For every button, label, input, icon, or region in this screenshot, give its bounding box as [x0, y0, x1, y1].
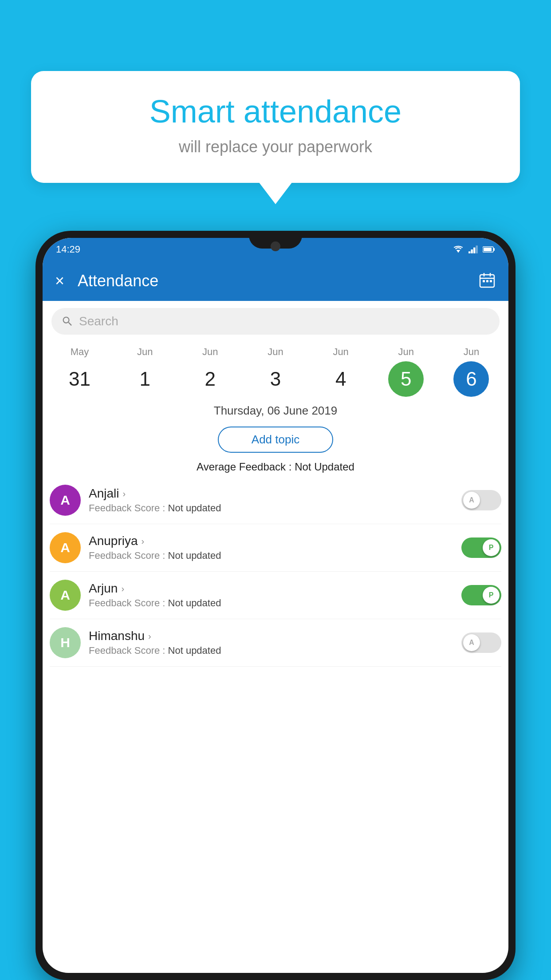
cal-month-label: May — [71, 346, 89, 358]
student-info: Anupriya ›Feedback Score : Not updated — [89, 534, 461, 561]
add-topic-button[interactable]: Add topic — [218, 427, 333, 453]
camera-dot — [271, 241, 280, 251]
app-bar: × Attendance — [43, 261, 508, 301]
student-feedback: Feedback Score : Not updated — [89, 550, 461, 561]
cal-date-number[interactable]: 2 — [193, 361, 228, 397]
chevron-icon: › — [122, 489, 126, 499]
svg-rect-3 — [473, 248, 475, 253]
cal-date-number[interactable]: 4 — [323, 361, 358, 397]
attendance-toggle[interactable]: P — [461, 537, 501, 558]
phone-frame: 14:29 — [35, 231, 516, 980]
toggle-knob: P — [483, 539, 500, 556]
cal-date-number[interactable]: 3 — [258, 361, 293, 397]
close-button[interactable]: × — [55, 273, 64, 289]
svg-rect-12 — [483, 280, 485, 282]
status-icons — [453, 245, 495, 254]
calendar-day[interactable]: Jun1 — [121, 346, 169, 397]
svg-rect-7 — [484, 248, 492, 251]
svg-marker-0 — [457, 250, 460, 253]
student-name: Himanshu › — [89, 629, 461, 643]
student-feedback: Feedback Score : Not updated — [89, 645, 461, 656]
feedback-value: Not updated — [168, 502, 221, 514]
student-name: Arjun › — [89, 581, 461, 596]
student-avatar: A — [50, 485, 81, 516]
student-avatar: A — [50, 580, 81, 611]
svg-rect-4 — [476, 245, 478, 253]
feedback-value: Not updated — [168, 645, 221, 656]
signal-icon — [468, 245, 478, 254]
bubble-title: Smart attendance — [58, 93, 493, 130]
calendar-day[interactable]: May31 — [55, 346, 104, 397]
student-avatar: H — [50, 627, 81, 658]
search-icon — [61, 315, 74, 328]
student-item[interactable]: HHimanshu ›Feedback Score : Not updatedA — [50, 619, 501, 667]
student-info: Anjali ›Feedback Score : Not updated — [89, 486, 461, 514]
search-bar[interactable]: Search — [51, 308, 500, 335]
chevron-icon: › — [121, 584, 124, 594]
cal-month-label: Jun — [398, 346, 414, 358]
svg-rect-6 — [493, 248, 495, 251]
selected-date-label: Thursday, 06 June 2019 — [43, 397, 508, 422]
student-item[interactable]: AAnupriya ›Feedback Score : Not updatedP — [50, 524, 501, 572]
calendar-strip: May31Jun1Jun2Jun3Jun4Jun5Jun6 — [43, 342, 508, 397]
speech-bubble: Smart attendance will replace your paper… — [31, 71, 520, 183]
avg-feedback-value: Not Updated — [295, 461, 354, 473]
student-info: Himanshu ›Feedback Score : Not updated — [89, 629, 461, 656]
chevron-icon: › — [142, 536, 145, 546]
svg-rect-13 — [486, 280, 488, 282]
student-feedback: Feedback Score : Not updated — [89, 502, 461, 514]
feedback-value: Not updated — [168, 550, 221, 561]
calendar-day[interactable]: Jun2 — [186, 346, 235, 397]
student-feedback: Feedback Score : Not updated — [89, 597, 461, 609]
toggle-knob: A — [463, 492, 480, 509]
cal-month-label: Jun — [464, 346, 479, 358]
app-title: Attendance — [78, 272, 478, 290]
bubble-subtitle: will replace your paperwork — [58, 138, 493, 156]
avg-feedback-label: Average Feedback : — [197, 461, 291, 473]
calendar-day[interactable]: Jun3 — [251, 346, 300, 397]
student-list: AAnjali ›Feedback Score : Not updatedAAA… — [43, 477, 508, 667]
phone-screen: 14:29 — [43, 238, 508, 973]
cal-month-label: Jun — [202, 346, 218, 358]
attendance-toggle[interactable]: A — [461, 490, 501, 510]
cal-month-label: Jun — [333, 346, 348, 358]
svg-rect-1 — [468, 251, 470, 253]
cal-date-number[interactable]: 1 — [127, 361, 163, 397]
student-item[interactable]: AAnjali ›Feedback Score : Not updatedA — [50, 477, 501, 524]
search-placeholder: Search — [79, 314, 118, 328]
calendar-icon[interactable] — [478, 271, 496, 291]
status-time: 14:29 — [56, 244, 80, 255]
cal-date-number[interactable]: 5 — [388, 361, 424, 397]
avg-feedback: Average Feedback : Not Updated — [43, 457, 508, 477]
calendar-day[interactable]: Jun5 — [382, 346, 430, 397]
calendar-day[interactable]: Jun4 — [316, 346, 365, 397]
student-info: Arjun ›Feedback Score : Not updated — [89, 581, 461, 609]
svg-rect-2 — [471, 249, 473, 253]
wifi-icon — [453, 245, 464, 254]
calendar-day[interactable]: Jun6 — [447, 346, 496, 397]
toggle-knob: P — [483, 587, 500, 604]
student-name: Anjali › — [89, 486, 461, 501]
student-item[interactable]: AArjun ›Feedback Score : Not updatedP — [50, 572, 501, 619]
cal-month-label: Jun — [137, 346, 153, 358]
battery-icon — [483, 246, 495, 253]
feedback-value: Not updated — [168, 597, 221, 609]
svg-rect-14 — [490, 280, 492, 282]
student-avatar: A — [50, 532, 81, 563]
attendance-toggle[interactable]: P — [461, 585, 501, 605]
phone-notch — [249, 231, 302, 249]
cal-date-number[interactable]: 6 — [453, 361, 489, 397]
chevron-icon: › — [148, 631, 151, 641]
cal-date-number[interactable]: 31 — [62, 361, 98, 397]
attendance-toggle[interactable]: A — [461, 632, 501, 653]
toggle-knob: A — [463, 634, 480, 651]
cal-month-label: Jun — [268, 346, 283, 358]
student-name: Anupriya › — [89, 534, 461, 548]
